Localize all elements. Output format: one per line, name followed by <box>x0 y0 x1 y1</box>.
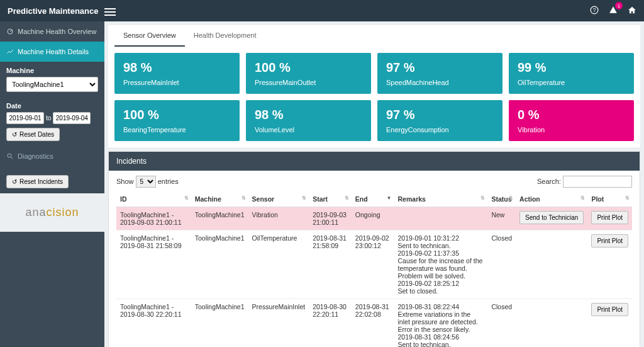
card-label: PressureMainOutlet <box>255 79 362 86</box>
card-value: 100 % <box>123 108 231 122</box>
search-input[interactable] <box>563 176 632 188</box>
machine-select[interactable]: ToolingMachine1 <box>6 77 98 92</box>
cell-id: ToolingMachine1 - 2019-08-30 22:20:11 <box>116 299 191 348</box>
sensor-card[interactable]: 98 %PressureMainInlet <box>114 53 240 94</box>
menu-toggle-icon[interactable] <box>104 6 116 15</box>
cell-start: 2019-09-03 21:00:11 <box>309 207 352 230</box>
alert-icon[interactable]: 1 <box>609 6 618 16</box>
date-to-input[interactable] <box>53 112 91 124</box>
undo-icon: ↺ <box>12 131 17 138</box>
tab-health-development[interactable]: Health Development <box>185 25 265 47</box>
cell-remarks: 2019-08-31 08:22:44Extreme variations in… <box>394 299 488 348</box>
table-row: ToolingMachine1 - 2019-09-03 21:00:11Too… <box>116 207 632 230</box>
cell-machine: ToolingMachine1 <box>191 207 248 230</box>
card-label: SpeedMachineHead <box>386 79 494 86</box>
card-label: Vibration <box>518 126 625 134</box>
col-start[interactable]: Start⇅ <box>309 191 352 207</box>
svg-text:?: ? <box>593 8 596 13</box>
col-status[interactable]: Status⇅ <box>487 191 516 207</box>
sidebar: Machine Health Overview Machine Health D… <box>0 21 104 347</box>
cell-end: 2019-09-02 23:00:12 <box>352 230 394 299</box>
cell-machine: ToolingMachine1 <box>191 230 248 299</box>
card-value: 98 % <box>255 108 362 122</box>
cell-status: Closed <box>487 299 516 348</box>
cell-action: Send to Technician <box>516 207 587 230</box>
cell-start: 2019-08-31 21:58:09 <box>309 230 352 299</box>
card-value: 100 % <box>255 60 362 75</box>
card-value: 97 % <box>386 60 494 75</box>
cell-action <box>516 230 587 299</box>
cell-end: Ongoing <box>352 207 394 230</box>
tab-sensor-overview[interactable]: Sensor Overview <box>114 25 185 47</box>
col-sensor[interactable]: Sensor⇅ <box>248 191 309 207</box>
col-id[interactable]: ID⇅ <box>116 191 191 207</box>
machine-label: Machine <box>6 67 98 74</box>
col-plot[interactable]: Plot⇅ <box>587 191 632 207</box>
date-label: Date <box>6 102 98 110</box>
sidebar-item-details[interactable]: Machine Health Details <box>0 42 104 62</box>
sidebar-item-diagnostics[interactable]: Diagnostics <box>0 146 104 166</box>
panel-title: Incidents <box>109 152 640 171</box>
print-plot-button[interactable]: Print Plot <box>591 211 628 224</box>
print-plot-button[interactable]: Print Plot <box>591 303 628 316</box>
sensor-card[interactable]: 99 %OilTemperature <box>509 53 634 94</box>
sensor-card[interactable]: 100 %PressureMainOutlet <box>246 53 371 94</box>
main-content: Sensor Overview Health Development 98 %P… <box>104 21 644 347</box>
tabs: Sensor Overview Health Development <box>108 25 640 47</box>
home-icon[interactable] <box>628 6 636 16</box>
cell-status: New <box>487 207 516 230</box>
card-label: PressureMainInlet <box>123 79 231 86</box>
cell-sensor: Vibration <box>248 207 309 230</box>
card-label: OilTemperature <box>518 79 625 86</box>
sensor-cards: 98 %PressureMainInlet100 %PressureMainOu… <box>108 47 640 147</box>
reset-dates-button[interactable]: ↺ Reset Dates <box>6 128 60 141</box>
sidebar-item-overview[interactable]: Machine Health Overview <box>0 21 104 42</box>
logo: anacision <box>0 193 104 232</box>
sensor-card[interactable]: 98 %VolumeLevel <box>246 100 371 141</box>
reset-incidents-button[interactable]: ↺ Reset Incidents <box>6 175 69 188</box>
sidebar-item-label: Diagnostics <box>18 152 53 160</box>
card-value: 99 % <box>518 60 625 75</box>
search-label: Search: <box>537 178 561 185</box>
col-action[interactable]: Action⇅ <box>516 191 587 207</box>
cell-remarks: 2019-09-01 10:31:22Sent to technican.201… <box>394 230 488 299</box>
sensor-card[interactable]: 97 %SpeedMachineHead <box>377 53 502 94</box>
table-row: ToolingMachine1 - 2019-08-31 21:58:09Too… <box>116 230 632 299</box>
send-to-technician-button[interactable]: Send to Technician <box>519 211 584 224</box>
cell-action <box>516 299 587 348</box>
card-label: VolumeLevel <box>255 126 362 134</box>
cell-end: 2019-08-31 22:02:08 <box>352 299 394 348</box>
undo-icon: ↺ <box>12 178 17 185</box>
alert-badge: 1 <box>615 2 623 9</box>
topbar: Predictive Maintenance ? 1 <box>0 0 644 21</box>
cell-sensor: PressureMainInlet <box>248 299 309 348</box>
page-length-select[interactable]: 5 <box>136 176 156 188</box>
col-machine[interactable]: Machine⇅ <box>191 191 248 207</box>
cell-sensor: OilTemperature <box>248 230 309 299</box>
date-from-input[interactable] <box>6 112 44 124</box>
sidebar-item-label: Machine Health Overview <box>18 28 96 35</box>
sensor-card[interactable]: 100 %BearingTemperature <box>114 100 240 141</box>
cell-remarks <box>394 207 488 230</box>
incidents-table: ID⇅ Machine⇅ Sensor⇅ Start⇅ End▼ Remarks… <box>116 191 632 347</box>
app-title: Predictive Maintenance <box>8 6 102 16</box>
sensor-card[interactable]: 97 %EnergyConsumption <box>377 100 502 141</box>
help-icon[interactable]: ? <box>590 6 599 16</box>
col-remarks[interactable]: Remarks⇅ <box>394 191 488 207</box>
col-end[interactable]: End▼ <box>352 191 394 207</box>
incidents-panel: Incidents Show 5 entries Search: ID⇅ <box>108 151 640 347</box>
card-value: 0 % <box>518 108 625 122</box>
sensor-card[interactable]: 0 %Vibration <box>509 100 634 141</box>
card-value: 98 % <box>123 60 231 75</box>
cell-start: 2019-08-30 22:20:11 <box>309 299 352 348</box>
card-label: EnergyConsumption <box>386 126 494 134</box>
cell-id: ToolingMachine1 - 2019-09-03 21:00:11 <box>116 207 191 230</box>
cell-plot: Print Plot <box>587 207 632 230</box>
cell-plot: Print Plot <box>587 299 632 348</box>
sidebar-item-label: Machine Health Details <box>18 48 89 55</box>
cell-id: ToolingMachine1 - 2019-08-31 21:58:09 <box>116 230 191 299</box>
cell-machine: ToolingMachine1 <box>191 299 248 348</box>
cell-plot: Print Plot <box>587 230 632 299</box>
date-to-label: to <box>46 115 51 122</box>
print-plot-button[interactable]: Print Plot <box>591 234 628 247</box>
